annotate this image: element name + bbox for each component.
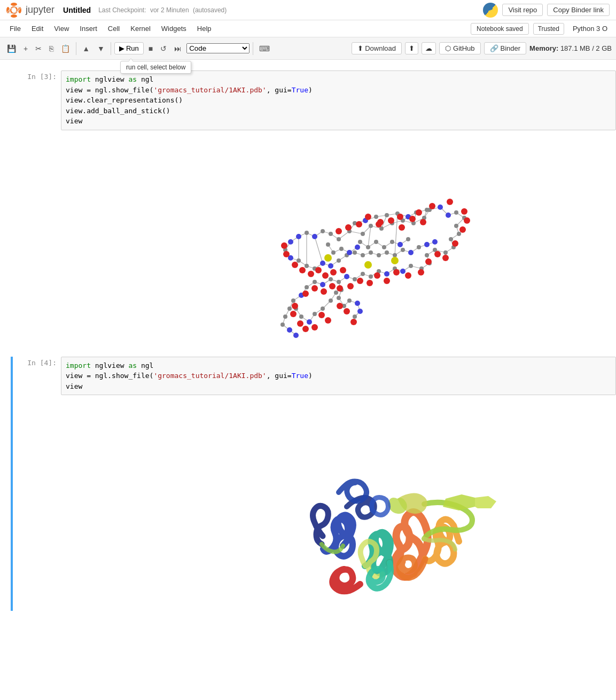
svg-point-296	[308, 271, 314, 277]
svg-point-295	[299, 267, 306, 273]
svg-point-245	[355, 301, 360, 306]
svg-point-274	[292, 303, 298, 309]
paste-cell-button[interactable]: 📋	[58, 43, 73, 54]
svg-point-242	[312, 234, 317, 239]
upload-button[interactable]: ⬆	[405, 42, 418, 54]
svg-point-271	[321, 288, 327, 295]
topbar: jupyter Untitled Last Checkpoint: vor 2 …	[0, 0, 616, 20]
svg-point-282	[344, 308, 350, 314]
svg-point-254	[461, 208, 467, 215]
svg-point-257	[452, 240, 458, 247]
svg-point-206	[331, 250, 336, 255]
add-cell-button[interactable]: +	[21, 43, 30, 54]
svg-point-275	[290, 311, 297, 317]
cut-cell-button[interactable]: ✂	[33, 43, 44, 54]
keyboard-shortcut-button[interactable]: ⌨	[256, 43, 272, 54]
svg-point-285	[356, 221, 362, 227]
stop-button[interactable]: ■	[146, 43, 155, 54]
svg-point-291	[420, 219, 426, 225]
menu-cell[interactable]: Cell	[103, 22, 125, 35]
svg-point-134	[454, 224, 458, 228]
topbar-left: jupyter Untitled Last Checkpoint: vor 2 …	[6, 3, 227, 18]
binder-button[interactable]: 🔗 Binder	[484, 42, 527, 54]
svg-point-250	[397, 214, 403, 220]
fastforward-button[interactable]: ⏭	[171, 43, 184, 54]
menu-edit[interactable]: Edit	[26, 22, 49, 35]
cloud-button[interactable]: ☁	[422, 42, 436, 54]
svg-point-220	[283, 314, 287, 319]
svg-point-205	[326, 242, 330, 247]
svg-point-301	[391, 257, 399, 264]
copy-binder-button[interactable]: Copy Binder link	[547, 4, 610, 16]
svg-point-227	[384, 271, 389, 277]
svg-point-143	[409, 264, 413, 268]
restart-button[interactable]: ↺	[158, 43, 169, 54]
run-button[interactable]: ▶ Run	[114, 42, 144, 54]
cell-3-container: In [3]: import nglview as ngl view = ngl…	[13, 70, 616, 346]
cell-3-left-margin	[0, 70, 11, 346]
jupyter-label: jupyter	[26, 4, 54, 15]
menu-file[interactable]: File	[4, 22, 26, 35]
toolbar: 💾 + ✂ ⎘ 📋 ▲ ▼ ▶ Run ■ ↺ ⏭ run cell, sele…	[0, 37, 616, 60]
menu-help[interactable]: Help	[192, 22, 217, 35]
svg-point-162	[313, 312, 317, 316]
cell-4-output	[61, 397, 616, 611]
svg-point-237	[424, 242, 430, 247]
svg-point-281	[337, 303, 343, 309]
cell-4-wrapper: In [4]: import nglview as ngl view = ngl…	[0, 357, 616, 611]
svg-point-167	[305, 231, 309, 235]
svg-point-258	[442, 255, 449, 261]
menu-kernel[interactable]: Kernel	[125, 22, 156, 35]
svg-point-177	[337, 258, 341, 263]
svg-point-198	[358, 240, 362, 244]
svg-point-293	[283, 251, 290, 257]
copy-cell-button[interactable]: ⎘	[46, 43, 56, 54]
svg-point-267	[357, 278, 363, 284]
svg-point-261	[418, 269, 424, 276]
svg-point-158	[291, 298, 295, 303]
notebook-title: Untitled	[63, 6, 91, 14]
svg-point-193	[385, 213, 389, 217]
svg-point-286	[365, 214, 371, 220]
jupyter-logo-icon	[6, 3, 21, 18]
svg-point-180	[361, 253, 365, 257]
move-down-button[interactable]: ▼	[95, 43, 107, 54]
svg-point-256	[459, 226, 466, 233]
cell-4-input[interactable]: import nglview as ngl view = ngl.show_fi…	[61, 357, 616, 396]
svg-point-299	[330, 269, 337, 276]
svg-point-219	[287, 306, 292, 311]
svg-point-260	[425, 258, 432, 265]
visit-repo-button[interactable]: Visit repo	[502, 4, 543, 16]
cell-type-select[interactable]: Code Markdown Raw NBConvert	[186, 43, 249, 53]
cell-3-output	[61, 132, 616, 346]
cell-3-input-row: In [3]: import nglview as ngl view = ngl…	[13, 70, 616, 130]
svg-point-226	[400, 269, 406, 274]
svg-point-248	[336, 228, 342, 234]
svg-point-303	[324, 254, 332, 262]
svg-point-155	[313, 280, 317, 284]
menu-widgets[interactable]: Widgets	[156, 22, 192, 35]
svg-point-153	[329, 277, 333, 281]
github-button[interactable]: ⬡ GitHub	[439, 42, 480, 54]
download-button[interactable]: ⬆ Download	[352, 42, 402, 54]
menu-view[interactable]: View	[49, 22, 74, 35]
svg-point-224	[446, 213, 451, 218]
svg-point-269	[337, 285, 343, 292]
svg-point-179	[353, 250, 357, 255]
svg-point-140	[425, 253, 429, 257]
svg-point-225	[438, 205, 443, 210]
svg-point-259	[434, 251, 441, 257]
svg-point-288	[388, 217, 394, 224]
svg-point-185	[401, 248, 405, 252]
svg-point-221	[280, 323, 285, 327]
save-button[interactable]: 💾	[4, 43, 19, 54]
svg-point-238	[432, 239, 438, 245]
toolbar-separator-2	[111, 42, 111, 55]
svg-point-263	[393, 269, 400, 276]
cell-3-input[interactable]: import nglview as ngl view = ngl.show_fi…	[61, 70, 616, 130]
move-up-button[interactable]: ▲	[80, 43, 92, 54]
menu-insert[interactable]: Insert	[74, 22, 103, 35]
notebook: In [3]: import nglview as ngl view = ngl…	[0, 60, 616, 632]
cell-4-left-margin	[0, 357, 11, 611]
svg-point-283	[350, 319, 357, 325]
